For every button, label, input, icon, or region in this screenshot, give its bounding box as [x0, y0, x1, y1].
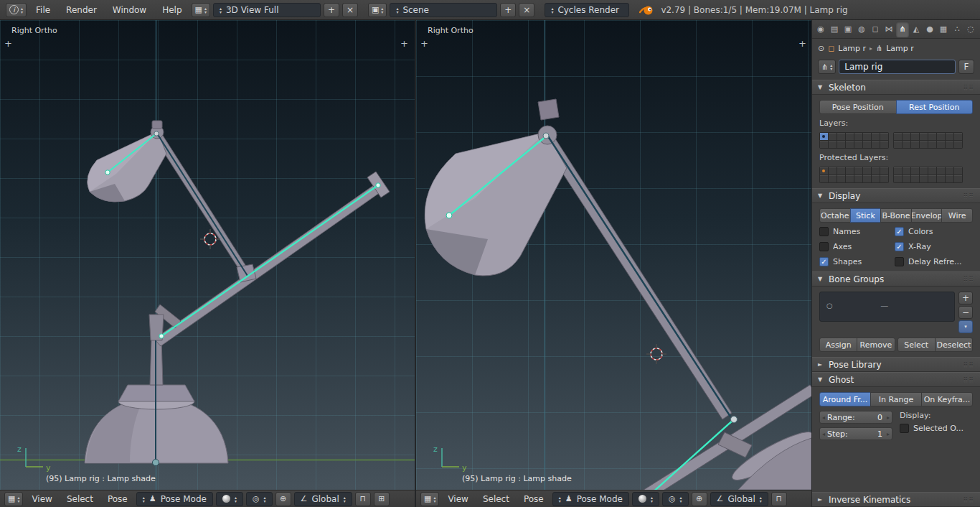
manipulator-toggle[interactable]: ⊕: [275, 492, 291, 506]
layer-toggle[interactable]: [837, 167, 845, 175]
layer-toggle[interactable]: [928, 133, 936, 140]
layer-toggle[interactable]: [872, 175, 880, 182]
layer-toggle[interactable]: [928, 141, 936, 148]
layer-toggle[interactable]: [928, 167, 936, 175]
panel-skeleton-header[interactable]: ▼ Skeleton ⠿⠿: [812, 80, 980, 95]
menu-pose[interactable]: Pose: [102, 491, 133, 507]
pin-icon[interactable]: ⊙: [818, 44, 824, 53]
layer-toggle[interactable]: [954, 133, 962, 140]
pivot-point-select[interactable]: ◎ ▴▾: [662, 492, 689, 506]
colors-checkbox[interactable]: ✓: [895, 227, 904, 236]
layer-toggle[interactable]: [820, 167, 828, 175]
layer-toggle[interactable]: [880, 141, 888, 148]
toolbar-expand-icon[interactable]: +: [420, 38, 428, 49]
scene-select[interactable]: ▴▾ Scene: [390, 3, 497, 17]
layer-toggle[interactable]: [954, 141, 962, 148]
remove-bone-group-button[interactable]: −: [958, 306, 973, 319]
delay-refresh-checkbox[interactable]: ✓: [895, 257, 904, 266]
snap-toggle[interactable]: ⊓: [771, 492, 787, 506]
layer-toggle[interactable]: [863, 141, 871, 148]
layer-toggle[interactable]: [820, 175, 828, 182]
delete-layout-button[interactable]: ×: [342, 3, 358, 17]
fake-user-button[interactable]: F: [958, 60, 974, 74]
remove-button[interactable]: Remove: [857, 338, 895, 352]
bone-groups-list[interactable]: ○ —: [819, 292, 955, 322]
tab-modifiers[interactable]: ◭: [910, 22, 923, 37]
layer-toggle[interactable]: [946, 141, 953, 148]
layer-toggle[interactable]: [911, 167, 919, 175]
layer-toggle[interactable]: [937, 141, 945, 148]
layer-toggle[interactable]: [872, 133, 880, 140]
info-editor-button[interactable]: i ▴▾: [6, 3, 27, 17]
snap-toggle[interactable]: ⊓: [355, 492, 371, 506]
menu-pose[interactable]: Pose: [518, 491, 550, 507]
layer-toggle[interactable]: [894, 175, 902, 182]
mode-select[interactable]: ▴▾ ♟ Pose Mode: [136, 492, 213, 506]
add-layout-button[interactable]: +: [324, 3, 339, 17]
lamp-model[interactable]: [85, 121, 390, 463]
lamp-model[interactable]: [425, 99, 811, 490]
layer-toggle[interactable]: [820, 141, 828, 148]
layer-toggle[interactable]: [937, 133, 945, 140]
rest-position-button[interactable]: Rest Position: [896, 100, 974, 114]
ghost-around-frame-button[interactable]: Around Fr...: [819, 392, 871, 406]
panel-grip-icon[interactable]: ⠿⠿: [963, 84, 974, 91]
layer-toggle[interactable]: [872, 141, 880, 148]
layer-toggle[interactable]: [854, 141, 862, 148]
layer-toggle[interactable]: [937, 167, 945, 175]
ghost-on-keyframe-button[interactable]: On Keyfra...: [921, 392, 973, 406]
layer-toggle[interactable]: [920, 175, 928, 182]
menu-select[interactable]: Select: [61, 491, 99, 507]
tab-scene[interactable]: ▣: [842, 22, 854, 37]
layer-toggle[interactable]: [911, 133, 919, 140]
tab-physics[interactable]: ◌: [964, 22, 977, 37]
menu-file[interactable]: File: [29, 1, 57, 19]
layer-toggle[interactable]: [903, 141, 910, 148]
tab-render[interactable]: ◉: [814, 22, 827, 37]
orientation-select[interactable]: ∠ Global ▴▾: [710, 492, 768, 506]
layer-toggle[interactable]: [880, 133, 888, 140]
stepper-left-icon[interactable]: ◂: [822, 414, 825, 421]
deselect-button[interactable]: Deselect: [935, 338, 973, 352]
layer-toggle[interactable]: [954, 175, 962, 182]
drawtype-wire-button[interactable]: Wire: [941, 208, 973, 223]
panel-ghost-header[interactable]: ▼ Ghost ⠿⠿: [812, 372, 980, 387]
layer-toggle[interactable]: [946, 167, 953, 175]
layer-toggle[interactable]: [937, 175, 945, 182]
layer-toggle[interactable]: [911, 141, 919, 148]
manipulator-toggle[interactable]: ⊕: [692, 492, 707, 506]
viewport-shading-select[interactable]: ▴▾: [216, 492, 243, 506]
panel-grip-icon[interactable]: ⠿⠿: [963, 276, 974, 283]
stepper-left-icon[interactable]: ◂: [822, 431, 825, 437]
screen-layout-icon-button[interactable]: ▦ ▴▾: [192, 3, 210, 17]
tab-particles[interactable]: ∴: [951, 22, 963, 37]
layer-toggle[interactable]: [863, 175, 871, 182]
panel-pose-library-header[interactable]: ► Pose Library ⠿⠿: [812, 357, 980, 372]
select-button[interactable]: Select: [897, 338, 936, 352]
pivot-point-select[interactable]: ◎ ▴▾: [246, 492, 273, 506]
layer-toggle[interactable]: [946, 133, 953, 140]
tab-texture[interactable]: ▦: [937, 22, 950, 37]
panel-grip-icon[interactable]: ⠿⠿: [963, 496, 974, 503]
layer-toggle[interactable]: [911, 175, 919, 182]
layer-toggle[interactable]: [903, 175, 910, 182]
tab-material[interactable]: ●: [923, 22, 936, 37]
layer-toggle[interactable]: [880, 175, 888, 182]
stepper-right-icon[interactable]: ▸: [887, 414, 890, 421]
menu-render[interactable]: Render: [60, 1, 103, 19]
pose-position-button[interactable]: Pose Position: [819, 100, 897, 114]
menu-select[interactable]: Select: [477, 491, 515, 507]
layer-toggle[interactable]: [854, 175, 862, 182]
layer-toggle[interactable]: [903, 167, 910, 175]
add-scene-button[interactable]: +: [500, 3, 516, 17]
layer-toggle[interactable]: [837, 175, 845, 182]
ghost-in-range-button[interactable]: In Range: [870, 392, 922, 406]
editor-type-button[interactable]: ▦ ▴▾: [420, 492, 439, 506]
layer-toggle[interactable]: [863, 167, 871, 175]
layer-toggle[interactable]: [837, 141, 845, 148]
render-engine-select[interactable]: ▴▾ Cycles Render: [545, 3, 629, 17]
layer-toggle[interactable]: [820, 133, 828, 140]
ghost-step-stepper[interactable]: ◂ Step: 1 ▸: [819, 427, 892, 440]
xray-checkbox[interactable]: ✓: [895, 242, 904, 251]
id-type-button[interactable]: ⋔ ▴▾: [818, 60, 836, 74]
